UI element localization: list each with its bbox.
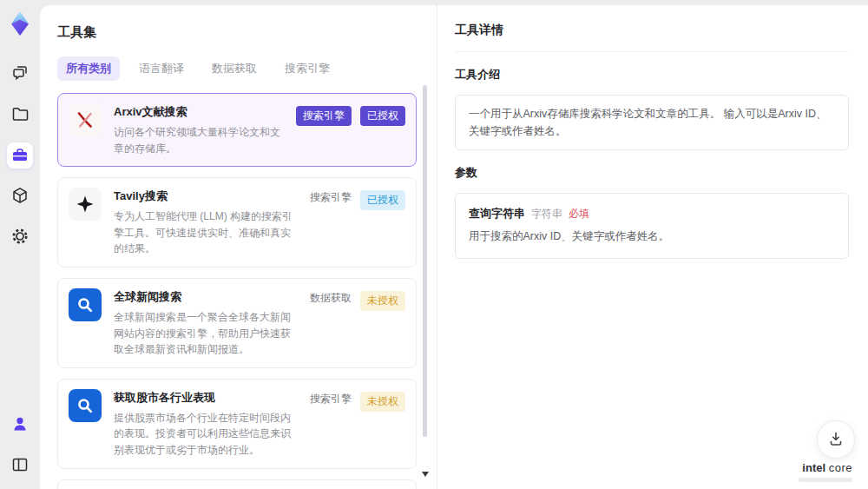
page-title: 工具集 (57, 24, 417, 41)
category-badge: 搜索引擎 (310, 190, 352, 205)
tool-badges: 搜索引擎已授权 (296, 103, 405, 156)
folder-icon (10, 104, 30, 126)
scrollbar-down-arrow-icon[interactable] (422, 472, 429, 477)
tool-card-arxiv[interactable]: Arxiv文献搜索访问各个研究领域大量科学论文和文章的存储库。搜索引擎已授权 (57, 93, 417, 167)
tool-badges: 搜索引擎未授权 (310, 389, 405, 459)
app-logo (5, 9, 35, 38)
tool-badges: 搜索引擎已授权 (310, 188, 405, 257)
toolbox-icon (10, 145, 30, 167)
status-badge: 未授权 (360, 291, 405, 311)
tool-badges: 数据获取未授权 (310, 288, 405, 358)
status-badge: 未授权 (360, 392, 405, 412)
tool-list: Arxiv文献搜索访问各个研究领域大量科学论文和文章的存储库。搜索引擎已授权Ta… (57, 93, 417, 489)
download-button[interactable] (817, 420, 855, 459)
tab-all[interactable]: 所有类别 (57, 56, 120, 81)
tool-name: 获取股市各行业表现 (114, 390, 298, 406)
category-badge: 搜索引擎 (310, 392, 352, 406)
tab-data-fetch[interactable]: 数据获取 (203, 56, 266, 81)
sidebar-item-chat[interactable] (7, 61, 33, 87)
category-tabs: 所有类别语言翻译数据获取搜索引擎 (57, 56, 417, 81)
package-icon (10, 186, 30, 208)
tool-description: 全球新闻搜索是一个聚合全球各大新闻网站内容的搜索引擎，帮助用户快速获取全球最新资… (114, 309, 298, 358)
user-icon (10, 414, 30, 436)
main-panel: 工具集 所有类别语言翻译数据获取搜索引擎 Arxiv文献搜索访问各个研究领域大量… (40, 5, 868, 489)
detail-title: 工具详情 (455, 23, 849, 52)
param-type: 字符串 (531, 208, 562, 220)
tool-description: 提供股票市场各个行业在特定时间段内的表现。投资者可以利用这些信息来识别表现优于或… (114, 410, 298, 459)
tool-card-body: 获取股市各行业表现提供股票市场各个行业在特定时间段内的表现。投资者可以利用这些信… (114, 389, 298, 459)
tool-list-panel: 工具集 所有类别语言翻译数据获取搜索引擎 Arxiv文献搜索访问各个研究领域大量… (40, 5, 437, 489)
tool-detail-panel: 工具详情 工具介绍 一个用于从Arxiv存储库搜索科学论文和文章的工具。 输入可… (437, 5, 868, 489)
sidebar-item-packages[interactable] (7, 183, 33, 209)
arxiv-icon (69, 103, 102, 136)
param-description: 用于搜索的Arxiv ID、关键字或作者姓名。 (469, 229, 835, 244)
sidebar (0, 0, 40, 489)
param-name: 查询字符串 (469, 207, 525, 220)
download-icon (827, 430, 845, 450)
tool-card-body: Tavily搜索专为人工智能代理 (LLM) 构建的搜索引擎工具。可快速提供实时… (114, 188, 298, 257)
intel-core-sublabel (799, 478, 852, 482)
tab-search-engine[interactable]: 搜索引擎 (276, 56, 339, 81)
tool-name: Arxiv文献搜索 (114, 104, 284, 120)
param-header: 查询字符串字符串必填 (469, 205, 835, 221)
param-card: 查询字符串字符串必填 用于搜索的Arxiv ID、关键字或作者姓名。 (455, 193, 849, 259)
chat-icon (10, 63, 30, 85)
intro-heading: 工具介绍 (455, 67, 849, 83)
intro-text: 一个用于从Arxiv存储库搜索科学论文和文章的工具。 输入可以是Arxiv ID… (455, 95, 849, 150)
tool-description: 访问各个研究领域大量科学论文和文章的存储库。 (114, 124, 284, 156)
category-badge: 数据获取 (310, 291, 352, 306)
tool-card-stock-active[interactable]: 获取市场最活跃股票信息提供当天交易量最高的股票列表，投资者可以利用这些信息来识别… (57, 479, 417, 489)
sidebar-item-tools[interactable] (7, 142, 33, 169)
sidebar-item-account[interactable] (7, 412, 33, 438)
param-required-badge: 必填 (569, 208, 589, 220)
tool-card-global-news[interactable]: 全球新闻搜索全球新闻搜索是一个聚合全球各大新闻网站内容的搜索引擎，帮助用户快速获… (57, 278, 417, 368)
tab-translation[interactable]: 语言翻译 (130, 56, 193, 81)
tool-name: 全球新闻搜索 (114, 289, 298, 305)
tool-card-body: 全球新闻搜索全球新闻搜索是一个聚合全球各大新闻网站内容的搜索引擎，帮助用户快速获… (114, 288, 298, 358)
tool-description: 专为人工智能代理 (LLM) 构建的搜索引擎工具。可快速提供实时、准确和真实的结… (114, 208, 298, 257)
blue-search-icon (69, 389, 102, 422)
tool-card-body: Arxiv文献搜索访问各个研究领域大量科学论文和文章的存储库。 (114, 103, 284, 156)
blue-search-icon (69, 288, 102, 321)
sidebar-item-files[interactable] (7, 102, 33, 128)
panel-toggle-icon (10, 455, 30, 477)
tool-card-stock-sector[interactable]: 获取股市各行业表现提供股票市场各个行业在特定时间段内的表现。投资者可以利用这些信… (57, 379, 417, 469)
list-scrollbar-thumb[interactable] (423, 85, 427, 437)
sidebar-item-panel-toggle[interactable] (7, 453, 33, 479)
status-badge: 已授权 (360, 106, 405, 126)
status-badge: 已授权 (360, 190, 405, 210)
tool-card-tavily[interactable]: Tavily搜索专为人工智能代理 (LLM) 构建的搜索引擎工具。可快速提供实时… (57, 177, 417, 268)
intel-core-logo: intel core (802, 461, 852, 474)
tool-name: Tavily搜索 (114, 188, 298, 204)
tavily-icon (69, 188, 102, 221)
category-badge: 搜索引擎 (296, 106, 352, 126)
params-heading: 参数 (455, 165, 849, 181)
gear-icon (10, 227, 30, 248)
sidebar-item-settings[interactable] (7, 224, 33, 250)
